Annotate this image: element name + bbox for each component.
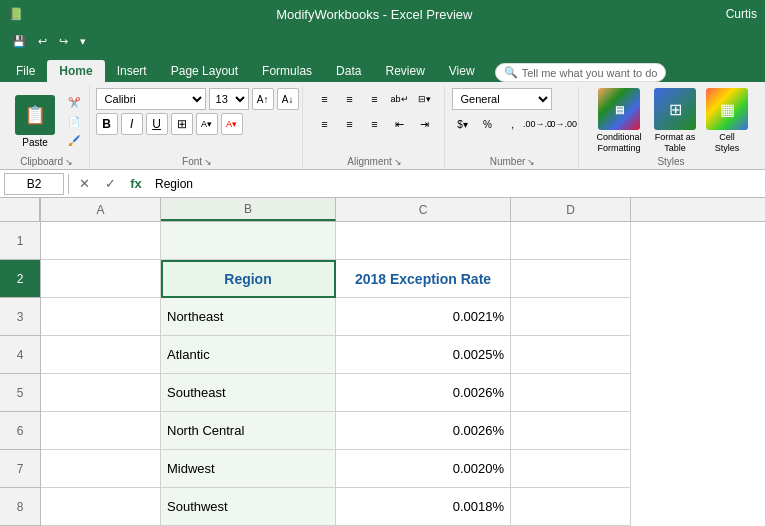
cell-d1[interactable] [511,222,631,260]
col-header-b[interactable]: B [161,198,336,221]
undo-button[interactable]: ↩ [34,33,51,50]
cell-b7[interactable]: Midwest [161,450,336,488]
tab-file[interactable]: File [4,60,47,82]
cell-a1[interactable] [41,222,161,260]
merge-button[interactable]: ⊟▾ [414,88,436,110]
format-painter-button[interactable]: 🖌️ [64,132,84,149]
row-header-1[interactable]: 1 [0,222,40,260]
paste-button[interactable]: 📋 Paste [9,92,61,151]
tab-data[interactable]: Data [324,60,373,82]
cell-c6[interactable]: 0.0026% [336,412,511,450]
cell-a2[interactable] [41,260,161,298]
align-right-button[interactable]: ≡ [364,113,386,135]
copy-button[interactable]: 📄 [64,113,84,130]
comma-button[interactable]: , [502,113,524,135]
border-button[interactable]: ⊞ [171,113,193,135]
cell-c5[interactable]: 0.0026% [336,374,511,412]
font-color-button[interactable]: A▾ [221,113,243,135]
increase-decimal-button[interactable]: .0→.00 [552,113,574,135]
decrease-decimal-button[interactable]: .00→.0 [527,113,549,135]
bold-button[interactable]: B [96,113,118,135]
number-expand[interactable]: ↘ [527,157,535,167]
font-size-select[interactable]: 13 [209,88,249,110]
cell-a8[interactable] [41,488,161,526]
cut-button[interactable]: ✂️ [64,94,84,111]
tab-home[interactable]: Home [47,60,104,82]
conditional-formatting-button[interactable]: ▤ Conditional Formatting [594,88,644,154]
save-button[interactable]: 💾 [8,33,30,50]
font-expand[interactable]: ↘ [204,157,212,167]
cell-reference-input[interactable] [4,173,64,195]
cell-styles-button[interactable]: ▦ Cell Styles [706,88,748,154]
percent-button[interactable]: % [477,113,499,135]
cancel-formula-button[interactable]: ✕ [73,173,95,195]
row-header-4[interactable]: 4 [0,336,40,374]
redo-button[interactable]: ↪ [55,33,72,50]
cell-d3[interactable] [511,298,631,336]
clipboard-expand[interactable]: ↘ [65,157,73,167]
indent-increase-button[interactable]: ⇥ [414,113,436,135]
cell-b8[interactable]: Southwest [161,488,336,526]
cell-d5[interactable] [511,374,631,412]
alignment-expand[interactable]: ↘ [394,157,402,167]
cell-b1[interactable] [161,222,336,260]
cell-b5[interactable]: Southeast [161,374,336,412]
cell-d6[interactable] [511,412,631,450]
col-header-c[interactable]: C [336,198,511,221]
col-header-a[interactable]: A [41,198,161,221]
align-left-button[interactable]: ≡ [314,113,336,135]
tell-me-input[interactable]: 🔍 Tell me what you want to do [495,63,667,82]
tab-view[interactable]: View [437,60,487,82]
qa-dropdown[interactable]: ▾ [76,33,90,50]
wrap-text-button[interactable]: ab↵ [389,88,411,110]
font-name-select[interactable]: Calibri [96,88,206,110]
ribbon-content: 📋 Paste ✂️ 📄 🖌️ Clipboard ↘ [0,82,765,170]
align-top-right-button[interactable]: ≡ [364,88,386,110]
row-header-8[interactable]: 8 [0,488,40,526]
tab-formulas[interactable]: Formulas [250,60,324,82]
tab-page-layout[interactable]: Page Layout [159,60,250,82]
tab-review[interactable]: Review [373,60,436,82]
cell-b3[interactable]: Northeast [161,298,336,336]
row-header-3[interactable]: 3 [0,298,40,336]
decrease-font-button[interactable]: A↓ [277,88,299,110]
cell-d8[interactable] [511,488,631,526]
cell-c4[interactable]: 0.0025% [336,336,511,374]
cell-d2[interactable] [511,260,631,298]
align-center-button[interactable]: ≡ [339,113,361,135]
cell-a3[interactable] [41,298,161,336]
cell-c7[interactable]: 0.0020% [336,450,511,488]
cell-d7[interactable] [511,450,631,488]
indent-decrease-button[interactable]: ⇤ [389,113,411,135]
row-header-7[interactable]: 7 [0,450,40,488]
align-top-center-button[interactable]: ≡ [339,88,361,110]
cell-d4[interactable] [511,336,631,374]
cell-b6[interactable]: North Central [161,412,336,450]
cell-a7[interactable] [41,450,161,488]
cell-b4[interactable]: Atlantic [161,336,336,374]
cell-a6[interactable] [41,412,161,450]
cell-a5[interactable] [41,374,161,412]
insert-function-button[interactable]: fx [125,173,147,195]
row-header-6[interactable]: 6 [0,412,40,450]
row-header-2[interactable]: 2 [0,260,40,298]
formula-input[interactable] [151,177,761,191]
confirm-formula-button[interactable]: ✓ [99,173,121,195]
align-top-left-button[interactable]: ≡ [314,88,336,110]
cell-c8[interactable]: 0.0018% [336,488,511,526]
cell-c3[interactable]: 0.0021% [336,298,511,336]
tab-insert[interactable]: Insert [105,60,159,82]
format-as-table-button[interactable]: ⊞ Format as Table [650,88,700,154]
italic-button[interactable]: I [121,113,143,135]
increase-font-button[interactable]: A↑ [252,88,274,110]
cell-c1[interactable] [336,222,511,260]
row-header-5[interactable]: 5 [0,374,40,412]
col-header-d[interactable]: D [511,198,631,221]
cell-b2[interactable]: Region [161,260,336,298]
currency-button[interactable]: $▾ [452,113,474,135]
fill-color-button[interactable]: A▾ [196,113,218,135]
cell-a4[interactable] [41,336,161,374]
cell-c2[interactable]: 2018 Exception Rate [336,260,511,298]
underline-button[interactable]: U [146,113,168,135]
number-format-select[interactable]: General [452,88,552,110]
